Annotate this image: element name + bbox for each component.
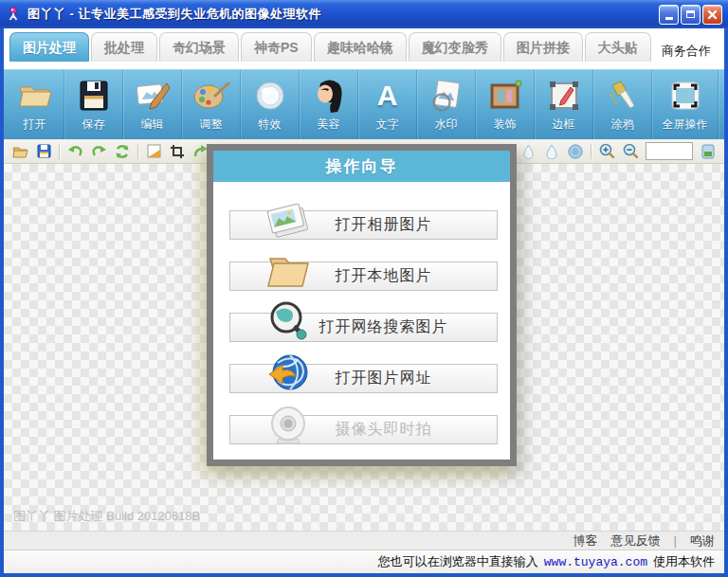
edit-button[interactable]: 编辑 [123,70,182,139]
zoom-level-input[interactable] [646,142,693,160]
blur-blob-icon[interactable] [567,143,584,160]
toolbar-separator [59,144,60,159]
wizard-header: 操作向导 [213,151,510,182]
tool-label: 文字 [376,117,399,133]
crop-icon[interactable] [169,143,186,160]
text-button[interactable]: A 文字 [358,70,417,139]
tool-label: 涂鸦 [611,117,634,133]
minimize-button[interactable] [659,5,679,25]
minimize-icon [665,17,673,20]
wizard-dialog: 操作向导 打开相册图片 [207,144,517,466]
redo-icon[interactable] [90,143,107,160]
toolbar-separator [137,144,138,159]
website-url-link[interactable]: www.tuyaya.com [544,555,647,569]
beauty-button[interactable]: 美容 [300,70,358,139]
save-button[interactable]: 保存 [64,70,123,139]
thanks-link[interactable]: 鸣谢 [690,532,715,550]
tool-label: 装饰 [494,117,517,133]
edit-photo-icon [134,79,172,113]
open-folder-icon[interactable] [11,143,28,160]
hint-suffix: 使用本软件 [653,553,715,570]
droplet-small-icon[interactable] [519,143,537,160]
zoom-in-icon[interactable] [598,143,615,160]
tool-label: 水印 [435,117,458,133]
tab-batch[interactable]: 批处理 [91,32,157,62]
adjust-palette-icon [192,79,230,113]
tool-label: 编辑 [141,117,164,133]
tool-label: 全屏操作 [663,117,708,133]
tool-label: 调整 [200,117,223,133]
tool-label: 美容 [318,117,340,133]
adjust-button[interactable]: 调整 [182,70,241,139]
wizard-action-label: 打开网络搜索图片 [319,317,448,337]
watermark-icon [429,79,464,113]
wizard-row: 打开相册图片 [229,210,498,240]
open-image-url-button[interactable]: 打开图片网址 [229,364,498,393]
tool-label: 保存 [82,117,105,133]
tab-face-change[interactable]: 魔幻变脸秀 [409,32,501,62]
effects-button[interactable]: 特效 [241,70,300,139]
border-pencil-icon [547,79,581,113]
close-button[interactable] [702,5,722,25]
wizard-row: 打开图片网址 [229,364,498,393]
feedback-link[interactable]: 意见反馈 [611,532,661,550]
doodle-button[interactable]: 涂鸦 [593,70,652,139]
open-local-image-button[interactable]: 打开本地图片 [229,261,498,291]
effects-lens-icon [253,79,287,113]
webcam-instant-capture-button[interactable]: 摄像头即时拍 [229,415,498,444]
resize-canvas-icon[interactable] [145,143,162,160]
tab-magic-ps[interactable]: 神奇PS [241,32,312,62]
wizard-row: 打开网络搜索图片 [229,313,498,342]
wizard-title: 操作向导 [326,155,398,177]
doodle-brush-icon [606,79,640,113]
status-separator: | [674,533,677,548]
tab-funny-mirror[interactable]: 趣味哈哈镜 [314,32,407,62]
open-album-image-button[interactable]: 打开相册图片 [229,210,498,240]
blog-link[interactable]: 博客 [573,532,598,550]
tab-image-stitch[interactable]: 图片拼接 [503,32,583,62]
app-window: 图丫丫 - 让专业美工感受到失业危机的图像处理软件 图片处理 批处理 奇幻场景 … [0,0,728,577]
droplet-large-icon[interactable] [543,143,560,160]
hint-prefix: 您也可以在浏览器中直接输入 [378,553,538,570]
build-watermark: 图丫丫 图片处理 Build 20120618B [13,508,200,525]
tool-label: 打开 [24,117,46,133]
business-cooperation-link[interactable]: 商务合作 [662,43,719,60]
tool-label: 边框 [553,117,575,133]
save-floppy-icon [77,79,111,113]
wizard-action-label: 摄像头即时拍 [336,420,432,440]
undo-icon[interactable] [66,143,83,160]
title-bar: 图丫丫 - 让专业美工感受到失业危机的图像处理软件 [0,0,728,28]
tab-image-processing[interactable]: 图片处理 [9,32,89,62]
refresh-icon[interactable] [114,143,131,160]
toolbar-separator [591,144,592,159]
open-web-search-image-button[interactable]: 打开网络搜索图片 [229,313,498,342]
bottom-hint-bar: 您也可以在浏览器中直接输入 www.tuyaya.com 使用本软件 [4,550,724,573]
tab-bar: 图片处理 批处理 奇幻场景 神奇PS 趣味哈哈镜 魔幻变脸秀 图片拼接 大头贴 … [4,28,724,69]
main-toolbar: 打开 保存 [4,69,724,139]
maximize-button[interactable] [681,5,701,25]
border-button[interactable]: 边框 [535,70,593,139]
fit-screen-icon[interactable] [700,143,717,160]
wizard-action-label: 打开相册图片 [336,215,432,235]
fullscreen-icon [668,79,702,113]
maximize-icon [686,10,695,18]
watermark-button[interactable]: 水印 [417,70,476,139]
decorate-button[interactable]: 装饰 [476,70,535,139]
beauty-face-icon [312,78,346,114]
tool-label: 特效 [259,117,282,133]
wizard-body: 打开相册图片 打开本地图片 [213,182,510,444]
wizard-row: 打开本地图片 [229,261,498,291]
tab-photo-sticker[interactable]: 大头贴 [585,32,651,62]
window-title: 图丫丫 - 让专业美工感受到失业危机的图像处理软件 [27,6,659,23]
fullscreen-button[interactable]: 全屏操作 [652,70,719,139]
status-bar: 博客 意见反馈 | 鸣谢 [4,531,724,550]
open-folder-icon [16,79,54,113]
close-icon [707,9,718,20]
open-button[interactable]: 打开 [6,70,64,139]
wizard-row: 摄像头即时拍 [229,415,498,444]
zoom-out-icon[interactable] [622,143,639,160]
save-floppy-icon[interactable] [35,143,52,160]
wizard-action-label: 打开本地图片 [336,266,432,286]
app-logo-icon [6,6,23,23]
tab-fantasy-scene[interactable]: 奇幻场景 [159,32,239,62]
